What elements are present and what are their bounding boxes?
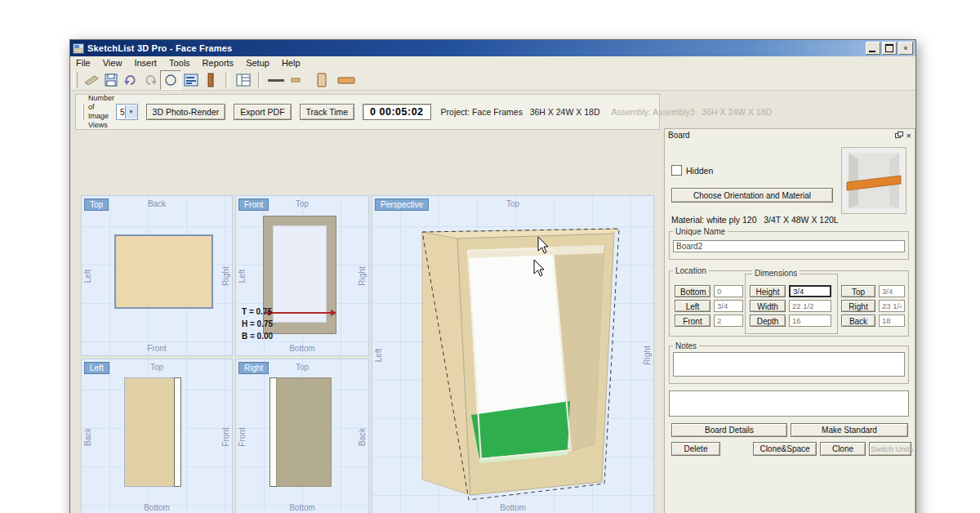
dir-label: Top (296, 363, 309, 372)
title-bar[interactable]: SketchList 3D Pro - Face Frames × (70, 40, 915, 56)
unique-name-input[interactable] (673, 240, 905, 252)
maximize-icon[interactable] (882, 42, 897, 55)
project-label: Project: Face Frames 36H X 24W X 18D (441, 107, 600, 117)
left-button[interactable]: Left (675, 300, 710, 312)
width-button[interactable]: Width (750, 300, 786, 312)
height-value[interactable] (789, 285, 831, 297)
height-button[interactable]: Height (750, 285, 786, 297)
circle-tool-icon[interactable] (160, 70, 181, 90)
clone-button[interactable]: Clone (820, 442, 866, 456)
width-value[interactable] (789, 300, 831, 312)
viewport-top-badge[interactable]: Top (84, 199, 109, 211)
minimize-icon[interactable] (866, 42, 880, 55)
menu-item-file[interactable]: File (76, 58, 91, 68)
top-control-panel: Number of Image Views 5 ▼ 3D Photo-Rende… (75, 94, 660, 130)
depth-value[interactable] (789, 314, 831, 327)
dock-pin-icon[interactable] (895, 132, 903, 139)
drawer-icon[interactable] (336, 71, 356, 89)
hidden-checkbox[interactable] (671, 165, 682, 176)
menu-item-help[interactable]: Help (282, 58, 301, 68)
export-pdf-button[interactable]: Export PDF (234, 104, 291, 120)
spreadsheet-toggle-icon[interactable] (234, 71, 253, 89)
front-button[interactable]: Front (675, 314, 710, 327)
unique-name-group: Unique Name (669, 227, 909, 260)
dir-label: Left (83, 269, 92, 283)
board-right-view[interactable] (276, 377, 332, 487)
close-icon[interactable]: × (906, 132, 911, 140)
board-left-view[interactable] (124, 377, 175, 487)
viewport-right[interactable]: Right Top Bottom Front Back (235, 359, 369, 513)
small-board-icon[interactable] (286, 71, 305, 89)
viewport-top[interactable]: Top Back Front Left Right (81, 195, 233, 356)
depth-button[interactable]: Depth (750, 314, 786, 327)
material-label: Material: white ply 120 3/4T X 48W X 120… (671, 215, 839, 225)
secondary-textarea[interactable] (669, 390, 909, 417)
menu-item-view[interactable]: View (103, 58, 122, 68)
viewport-left[interactable]: Left Top Bottom Back Front (81, 359, 233, 513)
bottom-button[interactable]: Bottom (675, 285, 710, 297)
viewport-front[interactable]: Front Top Bottom Left Right T = 0.75 H =… (235, 195, 369, 356)
menu-item-reports[interactable]: Reports (203, 58, 234, 68)
render-3d-icon[interactable] (181, 71, 201, 89)
top-value[interactable] (879, 285, 905, 297)
photo-render-button[interactable]: 3D Photo-Render (146, 104, 226, 120)
panel-drag-handle[interactable] (82, 104, 84, 120)
face-frame-front-view[interactable] (263, 216, 336, 334)
board-edge-strip (174, 377, 181, 487)
top-button[interactable]: Top (841, 285, 875, 297)
front-value[interactable] (714, 314, 743, 327)
menu-item-tools[interactable]: Tools (169, 58, 190, 68)
door-icon[interactable] (312, 71, 332, 89)
toolbar-drag-handle[interactable] (74, 72, 78, 88)
hidden-label: Hidden (686, 166, 713, 176)
redo-icon[interactable] (140, 71, 160, 89)
sketch-icon[interactable] (82, 71, 101, 89)
assembly-label: Assembly: Assembly3 36H X 24W X 18D (611, 107, 772, 117)
back-value[interactable] (879, 314, 905, 327)
cabinet-3d-render[interactable] (372, 196, 655, 513)
app-window: SketchList 3D Pro - Face Frames × File V… (69, 39, 916, 513)
dir-label: Top (296, 199, 309, 208)
undo-icon[interactable] (121, 71, 140, 89)
delete-button[interactable]: Delete (671, 442, 720, 456)
notes-textarea[interactable] (673, 352, 905, 377)
make-standard-button[interactable]: Make Standard (791, 423, 908, 437)
menu-item-insert[interactable]: Insert (134, 58, 157, 68)
viewport-right-badge[interactable]: Right (238, 362, 269, 374)
track-time-button[interactable]: Track Time (300, 104, 355, 120)
image-views-select[interactable]: 5 ▼ (116, 104, 138, 120)
board-icon[interactable] (201, 71, 220, 89)
save-icon[interactable] (101, 71, 121, 89)
viewport-left-badge[interactable]: Left (84, 362, 109, 374)
left-value[interactable] (714, 300, 743, 312)
back-button[interactable]: Back (841, 314, 875, 327)
right-value[interactable] (879, 300, 905, 312)
dir-label: Right (358, 266, 367, 285)
clone-space-button[interactable]: Clone&Space (753, 442, 817, 456)
bottom-value[interactable] (714, 285, 743, 297)
toolbar-separator (225, 72, 229, 87)
width-dimension-arrow (265, 312, 336, 314)
viewport-perspective-badge[interactable]: Perspective (375, 199, 429, 211)
rail-icon[interactable] (266, 71, 286, 89)
board-panel: Board × Hidden Choose Orientation and Ma… (664, 128, 915, 513)
toolbar-separator (258, 72, 261, 87)
viewport-front-badge[interactable]: Front (238, 199, 269, 211)
close-icon[interactable]: × (898, 42, 913, 55)
dir-label: Left (374, 349, 383, 363)
dir-label: Front (238, 427, 247, 446)
choose-orientation-material-button[interactable]: Choose Orientation and Material (671, 188, 833, 203)
window-title: SketchList 3D Pro - Face Frames (87, 43, 232, 53)
chevron-down-icon[interactable]: ▼ (125, 105, 137, 118)
dir-label: Right (221, 266, 230, 285)
board-details-button[interactable]: Board Details (671, 423, 787, 437)
board-panel-header[interactable]: Board × (665, 129, 915, 141)
viewport-perspective[interactable]: Perspective Top Bottom Left Right (372, 195, 654, 513)
menu-bar: File View Insert Tools Reports Setup Hel… (70, 56, 915, 69)
right-button[interactable]: Right (841, 300, 875, 312)
image-views-value: 5 (117, 108, 125, 117)
menu-item-setup[interactable]: Setup (246, 58, 270, 68)
board-panel-title: Board (668, 131, 690, 140)
board-top-view[interactable] (114, 234, 213, 309)
dir-label: Front (147, 344, 166, 353)
